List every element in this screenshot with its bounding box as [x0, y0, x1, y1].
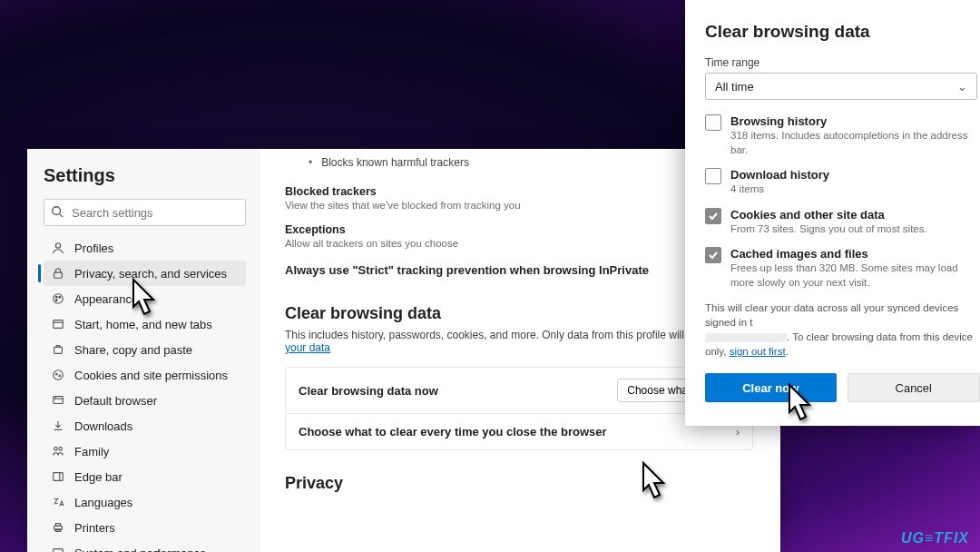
- sidebar-item-privacy-search-and-services[interactable]: Privacy, search, and services: [44, 261, 246, 286]
- option-desc: 318 items. Includes autocompletions in t…: [730, 129, 980, 157]
- svg-point-15: [59, 448, 63, 451]
- browser-icon: [51, 393, 65, 408]
- svg-point-0: [53, 207, 61, 215]
- clear-now-button[interactable]: Clear now: [705, 373, 837, 402]
- option-title: Cached images and files: [730, 247, 980, 261]
- clear-browsing-data-dialog: Clear browsing data Time range All time …: [685, 0, 980, 426]
- system-icon: [51, 546, 65, 552]
- svg-point-12: [59, 375, 60, 376]
- svg-point-2: [55, 243, 60, 248]
- sidebar-item-cookies-and-site-permissions[interactable]: Cookies and site permissions: [44, 362, 246, 388]
- blocked-trackers-section[interactable]: Blocked trackers View the sites that we'…: [285, 185, 753, 211]
- option-desc: Frees up less than 320 MB. Some sites ma…: [730, 261, 980, 290]
- sidebar-item-system-and-performance[interactable]: System and performance: [44, 540, 246, 552]
- manage-your-data-link[interactable]: your data: [285, 341, 330, 354]
- sidebar-item-label: Appearance: [74, 292, 138, 306]
- dialog-title: Clear browsing data: [705, 22, 980, 42]
- sidebar-item-label: Share, copy and paste: [74, 343, 192, 357]
- svg-rect-18: [55, 524, 60, 527]
- settings-sidebar: Settings ProfilesPrivacy, search, and se…: [27, 149, 259, 552]
- family-icon: [51, 444, 65, 458]
- person-icon: [51, 241, 65, 255]
- checkbox[interactable]: [705, 208, 721, 224]
- time-range-select[interactable]: All time ⌄: [705, 73, 977, 100]
- clear-on-close-label: Choose what to clear every time you clos…: [299, 425, 607, 439]
- clear-data-heading: Clear browsing data: [285, 304, 753, 323]
- sidebar-item-label: Downloads: [74, 419, 132, 433]
- svg-rect-3: [54, 272, 63, 278]
- svg-point-10: [54, 370, 64, 380]
- sign-out-first-link[interactable]: sign out first: [730, 346, 786, 357]
- svg-point-6: [59, 296, 61, 298]
- svg-rect-16: [54, 473, 64, 481]
- checkbox[interactable]: [705, 168, 721, 184]
- clear-option-cached-images-and-files: Cached images and filesFrees up less tha…: [705, 247, 980, 290]
- share-icon: [51, 342, 65, 357]
- sidebar-item-label: Default browser: [74, 394, 157, 408]
- search-wrap: [44, 199, 246, 226]
- svg-point-14: [54, 448, 58, 451]
- sidebar-item-label: Edge bar: [74, 470, 122, 484]
- time-range-label: Time range: [705, 56, 980, 69]
- svg-line-1: [60, 214, 64, 218]
- sidebar-item-share-copy-and-paste[interactable]: Share, copy and paste: [44, 337, 246, 362]
- svg-point-5: [55, 296, 57, 298]
- option-desc: 4 items: [730, 182, 829, 197]
- strict-toggle-row[interactable]: Always use "Strict" tracking prevention …: [285, 263, 753, 277]
- clear-option-browsing-history: Browsing history318 items. Includes auto…: [705, 114, 980, 157]
- settings-title: Settings: [44, 165, 246, 186]
- exceptions-desc: Allow all trackers on sites you choose: [285, 238, 753, 249]
- clear-on-close-row[interactable]: Choose what to clear every time you clos…: [285, 414, 753, 450]
- watermark: UG≡TFIX: [901, 530, 969, 547]
- sidebar-item-languages[interactable]: Languages: [44, 489, 246, 515]
- paint-icon: [51, 291, 65, 306]
- sidebar-item-profiles[interactable]: Profiles: [44, 235, 246, 261]
- dialog-buttons: Clear now Cancel: [705, 373, 980, 402]
- clear-option-cookies-and-other-site-data: Cookies and other site dataFrom 73 sites…: [705, 208, 980, 237]
- sidebar-item-downloads[interactable]: Downloads: [44, 413, 246, 439]
- exceptions-title: Exceptions: [285, 223, 753, 236]
- redacted-account: [705, 333, 787, 342]
- sidebar-item-start-home-and-new-tabs[interactable]: Start, home, and new tabs: [44, 311, 246, 337]
- settings-window: Settings ProfilesPrivacy, search, and se…: [27, 149, 780, 552]
- cookie-icon: [51, 368, 65, 382]
- exceptions-section[interactable]: Exceptions Allow all trackers on sites y…: [285, 223, 753, 249]
- sidebar-item-label: Printers: [74, 521, 115, 535]
- svg-rect-20: [54, 549, 64, 552]
- sidebar-item-label: Languages: [74, 496, 132, 509]
- sidebar-item-default-browser[interactable]: Default browser: [44, 388, 246, 413]
- checkbox[interactable]: [705, 114, 721, 131]
- checkbox[interactable]: [705, 247, 721, 263]
- tab-icon: [51, 317, 65, 331]
- search-input[interactable]: [44, 199, 246, 226]
- sidebar-item-label: Family: [74, 445, 109, 458]
- clear-now-label: Clear browsing data now: [299, 384, 438, 398]
- svg-point-11: [56, 373, 57, 374]
- svg-point-4: [54, 294, 64, 304]
- sidebar-item-family[interactable]: Family: [44, 439, 246, 464]
- time-range-value: All time: [715, 80, 754, 94]
- language-icon: [51, 495, 65, 509]
- sidebar-item-edge-bar[interactable]: Edge bar: [44, 464, 246, 489]
- printer-icon: [51, 520, 65, 535]
- option-title: Cookies and other site data: [730, 208, 933, 222]
- svg-rect-8: [54, 320, 64, 329]
- clear-now-row: Clear browsing data now Choose what to c…: [285, 367, 753, 414]
- cancel-button[interactable]: Cancel: [848, 373, 981, 402]
- search-icon: [51, 205, 64, 218]
- blocked-trackers-desc: View the sites that we've blocked from t…: [285, 200, 753, 211]
- clear-data-desc: This includes history, passwords, cookie…: [285, 329, 753, 354]
- sidebar-item-appearance[interactable]: Appearance: [44, 286, 246, 311]
- settings-nav: ProfilesPrivacy, search, and servicesApp…: [44, 235, 246, 552]
- svg-point-7: [55, 300, 57, 301]
- clear-data-options: Browsing history318 items. Includes auto…: [705, 114, 980, 290]
- chevron-down-icon: ⌄: [957, 80, 967, 94]
- chevron-right-icon: ›: [736, 425, 740, 439]
- option-title: Download history: [730, 168, 829, 182]
- sidebar-item-printers[interactable]: Printers: [44, 515, 246, 540]
- svg-rect-9: [54, 347, 63, 353]
- svg-rect-13: [54, 397, 64, 404]
- tracker-bullet: Blocks known harmful trackers: [285, 149, 753, 172]
- option-desc: From 73 sites. Signs you out of most sit…: [730, 222, 933, 237]
- lock-icon: [51, 266, 65, 281]
